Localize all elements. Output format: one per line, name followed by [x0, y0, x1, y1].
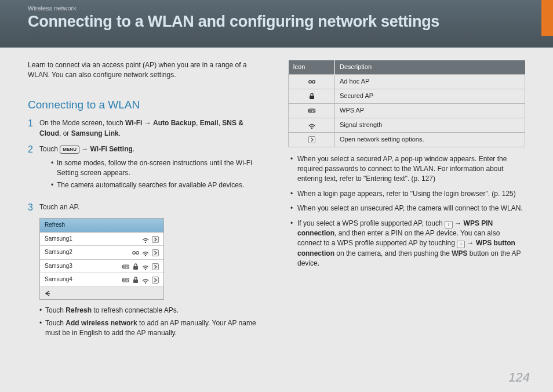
- bold: Samsung Link: [71, 129, 119, 137]
- wifi-icon: [141, 276, 149, 284]
- text: .: [119, 129, 121, 137]
- table-cell: WPS AP: [335, 103, 525, 118]
- chevron-right-icon: ›: [457, 241, 465, 248]
- lock-icon: [132, 276, 139, 284]
- ap-row[interactable]: Samsung2: [40, 246, 163, 260]
- step-number: 3: [28, 202, 39, 213]
- arrow: →: [453, 219, 464, 227]
- bold: Email: [200, 119, 219, 127]
- wps-icon: [122, 263, 129, 270]
- left-column: Learn to connect via an access point (AP…: [28, 60, 265, 344]
- step-number: 1: [28, 118, 39, 139]
- bold: Refresh: [66, 306, 92, 314]
- bullet: In some modes, follow the on-screen inst…: [51, 158, 265, 179]
- page-title: Connecting to a WLAN and configuring net…: [28, 13, 525, 31]
- step-body: Touch an AP.: [39, 202, 265, 213]
- table-row: Signal strength: [289, 118, 525, 132]
- chevron-right-icon: [308, 136, 316, 144]
- table-cell: Signal strength: [335, 118, 525, 132]
- wifi-icon: [308, 121, 316, 129]
- table-cell: Ad hoc AP: [335, 74, 525, 89]
- ap-list-panel: Refresh Samsung1 Samsung2 Samsung3 Samsu…: [39, 218, 164, 300]
- text: On the Mode screen, touch: [39, 119, 125, 127]
- bullet: Touch Refresh to refresh connectable APs…: [39, 306, 265, 315]
- step-2: 2 Touch MENU → Wi-Fi Setting. In some mo…: [28, 144, 265, 197]
- menu-icon: MENU: [60, 146, 79, 154]
- bullet: Touch Add wireless network to add an AP …: [39, 318, 265, 339]
- bullet: When you select an unsecured AP, the cam…: [290, 204, 525, 213]
- ap-row[interactable]: Samsung3: [40, 260, 163, 274]
- ap-name: Samsung3: [45, 262, 72, 271]
- chevron-right-icon[interactable]: [151, 276, 159, 284]
- wps-icon: [308, 107, 316, 115]
- wps-icon: [122, 276, 129, 284]
- text: Touch: [39, 145, 60, 153]
- ap-row[interactable]: Samsung1: [40, 233, 163, 246]
- step-3: 3 Touch an AP.: [28, 202, 265, 213]
- ap-name: Samsung4: [45, 275, 72, 284]
- bold: Wi-Fi Setting: [90, 145, 133, 153]
- page-header: Wireless network Connecting to a WLAN an…: [0, 0, 553, 48]
- intro-text: Learn to connect via an access point (AP…: [28, 60, 265, 81]
- page-tab-accent: [541, 0, 553, 36]
- text: Touch: [45, 319, 66, 327]
- table-header: Description: [335, 60, 525, 74]
- bullet: When you select a secured AP, a pop-up w…: [290, 154, 525, 184]
- table-row: Ad hoc AP: [289, 74, 525, 89]
- arrow: →: [465, 239, 476, 247]
- chevron-right-icon[interactable]: [151, 249, 159, 256]
- adhoc-icon: [308, 78, 316, 86]
- arrow: →: [142, 119, 153, 127]
- section-heading: Connecting to a WLAN: [28, 97, 265, 113]
- step-number: 2: [28, 144, 39, 197]
- text: to refresh connectable APs.: [92, 306, 179, 314]
- refresh-button[interactable]: Refresh: [40, 219, 163, 233]
- step-1: 1 On the Mode screen, touch Wi-Fi → Auto…: [28, 118, 265, 139]
- text: ,: [196, 119, 200, 127]
- step-body: Touch MENU → Wi-Fi Setting. In some mode…: [39, 144, 265, 197]
- adhoc-icon: [132, 249, 139, 256]
- table-row: Open network setting options.: [289, 132, 525, 147]
- text: If you select a WPS profile supported AP…: [297, 219, 445, 227]
- bullet: When a login page appears, refer to "Usi…: [290, 189, 525, 199]
- text: Touch an AP.: [39, 203, 79, 211]
- table-row: WPS AP: [289, 103, 525, 118]
- ap-name: Samsung1: [45, 235, 72, 244]
- page-number: 124: [508, 370, 530, 385]
- text: Touch: [45, 306, 66, 314]
- lock-icon: [308, 92, 316, 100]
- chevron-right-icon[interactable]: [151, 235, 159, 243]
- arrow: →: [79, 145, 90, 153]
- right-column: Icon Description Ad hoc AP Secured AP WP…: [288, 60, 525, 344]
- bold: Wi-Fi: [125, 119, 142, 127]
- bullet: The camera automatically searches for av…: [51, 180, 265, 190]
- wifi-icon: [141, 235, 149, 243]
- table-row: Secured AP: [289, 89, 525, 103]
- bullet: If you select a WPS profile supported AP…: [290, 219, 525, 269]
- table-header: Icon: [289, 60, 335, 74]
- breadcrumb: Wireless network: [28, 5, 525, 12]
- chevron-right-icon[interactable]: [151, 263, 159, 270]
- text: .: [133, 145, 134, 153]
- ap-row[interactable]: Samsung4: [40, 273, 163, 287]
- icon-table: Icon Description Ad hoc AP Secured AP WP…: [288, 60, 525, 147]
- table-cell: Open network setting options.: [335, 132, 525, 147]
- table-cell: Secured AP: [335, 89, 525, 103]
- chevron-right-icon: ›: [445, 221, 453, 228]
- wifi-icon: [141, 263, 149, 270]
- lock-icon: [132, 263, 139, 270]
- bold: Add wireless network: [66, 319, 137, 327]
- text: on the camera, and then pushing the: [334, 249, 452, 257]
- step-body: On the Mode screen, touch Wi-Fi → Auto B…: [39, 118, 265, 139]
- wifi-icon: [141, 249, 149, 256]
- bold: WPS: [452, 249, 467, 257]
- bold: Auto Backup: [153, 119, 196, 127]
- ap-name: Samsung2: [45, 248, 72, 257]
- back-icon: [43, 289, 52, 297]
- ap-back-button[interactable]: [40, 287, 163, 299]
- text: , or: [59, 129, 71, 137]
